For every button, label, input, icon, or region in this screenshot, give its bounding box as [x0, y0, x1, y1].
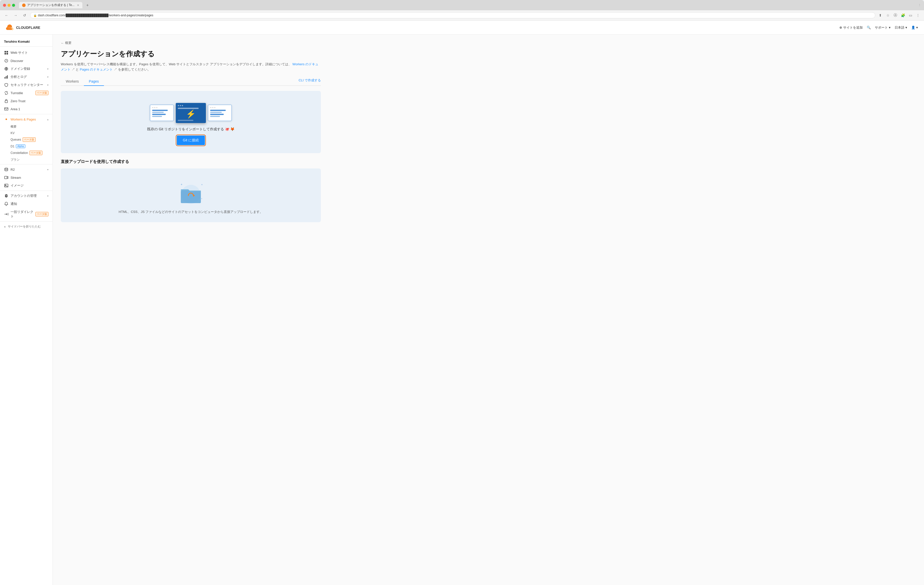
svg-rect-3 [7, 53, 8, 54]
sidebar-item-bulk-redirect[interactable]: 一括リダイレクト ベータ版 [0, 208, 53, 221]
browser-tab[interactable]: アプリケーションを作成する | Te... ✕ [19, 2, 82, 8]
and-text: と [76, 68, 80, 71]
main-inner: ← 概要 アプリケーションを作成する Workers を使用してサーバーレス機能… [53, 35, 329, 234]
svg-marker-5 [6, 60, 7, 61]
tabs: Workers Pages CLI で作成する [61, 77, 321, 86]
git-illustration: ⚡ [67, 103, 315, 123]
svg-text:✦: ✦ [201, 183, 203, 186]
svg-rect-14 [5, 176, 7, 179]
svg-rect-10 [5, 101, 8, 103]
workers-pages-chevron-icon: ▴ [47, 118, 48, 121]
sidebar-icon[interactable]: ▭ [908, 12, 914, 18]
sidebar-divider-4 [0, 221, 53, 222]
sidebar-item-domain[interactable]: ドメイン登録 ▾ [0, 65, 53, 73]
tab-workers[interactable]: Workers [61, 77, 84, 86]
sidebar-item-images[interactable]: イメージ [0, 181, 53, 190]
redirect-icon [4, 212, 8, 216]
sidebar-item-area1[interactable]: Area 1 [0, 105, 53, 113]
git-connect-button[interactable]: Git に接続 [177, 135, 205, 145]
sidebar-sub-item-d1[interactable]: D1 Alpha [0, 143, 53, 149]
cli-link[interactable]: CLI で作成する [299, 78, 321, 85]
page-description: Workers を使用してサーバーレス機能を構築します。Pages を使用して、… [61, 62, 321, 72]
sidebar-item-account[interactable]: アカウントの管理 ▾ [0, 192, 53, 200]
language-button[interactable]: 日本語 ▾ [894, 25, 907, 30]
sidebar-item-r2[interactable]: R2 ▾ [0, 165, 53, 173]
sidebar-collapse-label: サイドバーを折りたたむ [8, 224, 41, 229]
lock-icon [4, 99, 8, 103]
sidebar-divider-1 [0, 114, 53, 114]
search-icon: 🔍 [867, 26, 871, 30]
sidebar-item-stream[interactable]: Stream [0, 173, 53, 181]
share-icon[interactable]: ⬆ [877, 12, 883, 18]
sidebar-sub-item-queues[interactable]: Queues ベータ版 [0, 136, 53, 143]
pages-doc-link[interactable]: Pages のドキュメント [80, 68, 113, 71]
extension-icon[interactable]: 🧩 [900, 12, 906, 18]
cloudflare-logo: CLOUDFLARE [6, 24, 40, 31]
maximize-dot[interactable] [12, 4, 15, 7]
sidebar-sub-item-kv[interactable]: KV [0, 130, 53, 136]
sidebar-item-label-security: セキュリティセンター [10, 82, 45, 87]
forward-button[interactable]: → [12, 12, 19, 19]
sidebar-sub-item-plan[interactable]: プラン [0, 157, 53, 163]
sidebar-sub-item-constellation[interactable]: Constellation ベータ版 [0, 149, 53, 157]
tab-favicon [22, 3, 26, 7]
lock-icon: 🔒 [33, 14, 37, 17]
svg-text:✦: ✦ [180, 183, 183, 186]
sidebar-item-discover[interactable]: Discover [0, 57, 53, 65]
folder-icon: ✦ ✦ ✦ [176, 181, 206, 206]
constellation-label: Constellation [10, 151, 28, 155]
language-label: 日本語 [894, 25, 904, 30]
sidebar-item-zerotrust[interactable]: Zero Trust [0, 97, 53, 105]
svg-rect-21 [181, 191, 201, 203]
sidebar-item-analytics[interactable]: 分析とログ ▾ [0, 73, 53, 81]
sidebar-user: Teruhiro Komaki [0, 38, 53, 47]
sidebar-item-turnstile[interactable]: Turnstile ベータ版 [0, 89, 53, 97]
breadcrumb-arrow-icon: ← [61, 41, 64, 45]
back-button[interactable]: ← [3, 12, 10, 19]
browser-dots [3, 4, 15, 7]
user-button[interactable]: 👤 ▾ [911, 26, 918, 30]
bookmark-icon[interactable]: ☆ [885, 12, 891, 18]
d1-label: D1 [10, 145, 14, 148]
sidebar: Teruhiro Komaki Web サイト Discover ドメイン登録 … [0, 35, 53, 585]
bulk-redirect-badge: ベータ版 [35, 212, 48, 216]
sidebar-item-workers-pages[interactable]: Workers & Pages ▴ [0, 115, 53, 123]
tab-pages[interactable]: Pages [84, 77, 104, 86]
sidebar-item-notifications[interactable]: 通知 [0, 200, 53, 208]
support-button[interactable]: サポート ▾ [875, 25, 891, 30]
constellation-badge: ベータ版 [30, 151, 43, 155]
queues-label: Queues [10, 138, 21, 141]
upload-description: HTML、CSS、JS ファイルなどのサイトのアセットをコンピュータから直接アッ… [67, 210, 315, 214]
git-window-center: ⚡ [176, 103, 206, 123]
add-site-button[interactable]: ⊕ サイトを追加 [839, 25, 863, 30]
breadcrumb-label: 概要 [65, 41, 71, 45]
address-bar[interactable]: 🔒 dash.cloudflare.com/██████████████████… [30, 12, 875, 18]
browser-menu[interactable]: ⋮ [918, 3, 921, 7]
tab-close-icon[interactable]: ✕ [77, 3, 79, 7]
breadcrumb[interactable]: ← 概要 [61, 41, 321, 45]
git-card-title: 既存の Git リポジトリをインポートして作成する 🐙 🦊 [67, 127, 315, 132]
svg-rect-2 [5, 53, 6, 54]
plus-icon: ⊕ [839, 26, 842, 30]
minimize-dot[interactable] [8, 4, 10, 7]
browser-more-icon[interactable]: ⋮ [915, 12, 921, 18]
storage-icon [4, 167, 8, 172]
sidebar-item-security[interactable]: セキュリティセンター ▾ [0, 81, 53, 89]
close-dot[interactable] [3, 4, 6, 7]
upload-card: ✦ ✦ ✦ HTML、CSS、JS ファイルなどのサイトのアセットをコンピュータ… [61, 168, 321, 222]
sidebar-item-websites[interactable]: Web サイト [0, 49, 53, 57]
domain-chevron-icon: ▾ [47, 68, 48, 70]
app-body: Teruhiro Komaki Web サイト Discover ドメイン登録 … [0, 35, 924, 585]
header-actions: ⊕ サイトを追加 🔍 サポート ▾ 日本語 ▾ 👤 ▾ [839, 25, 918, 30]
sidebar-item-label-images: イメージ [10, 183, 48, 188]
sidebar-sub-item-overview[interactable]: 概要 [0, 123, 53, 130]
svg-rect-0 [5, 51, 6, 53]
user-icon: 👤 [911, 26, 915, 30]
profile-icon[interactable]: Ⓐ [893, 12, 898, 18]
image-icon [4, 183, 8, 188]
sidebar-collapse-button[interactable]: « サイドバーを折りたたむ [0, 223, 53, 231]
sidebar-item-label-zerotrust: Zero Trust [10, 99, 48, 103]
new-tab-button[interactable]: + [84, 2, 91, 8]
reload-button[interactable]: ↺ [21, 12, 28, 19]
search-button[interactable]: 🔍 [867, 26, 871, 30]
